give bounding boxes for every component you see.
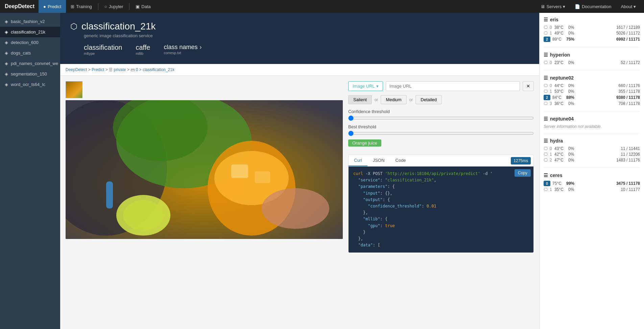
server-hyperion: ☰ hyperion 🖵 0 23°C 0% 52 / 11172 bbox=[544, 52, 640, 70]
topnav-right: 🖥 Servers ▾ 📄 Documentation About ▾ bbox=[536, 0, 641, 13]
server-eris: ☰ eris 🖵 0 38°C 0% 1617 / 12189 🖵 1 49°C… bbox=[544, 17, 640, 47]
nav-about[interactable]: About ▾ bbox=[616, 0, 641, 13]
data-icon: ▣ bbox=[136, 4, 140, 9]
svg-point-10 bbox=[262, 188, 329, 229]
brand[interactable]: DeepDetect bbox=[3, 3, 39, 9]
circle-icon: ○ bbox=[104, 4, 107, 9]
tab-code[interactable]: Code bbox=[390, 155, 411, 166]
copy-button[interactable]: Copy bbox=[515, 169, 531, 177]
confidence-slider[interactable] bbox=[348, 115, 534, 121]
breadcrumb-service[interactable]: classification_21k bbox=[143, 67, 174, 72]
svg-rect-9 bbox=[255, 171, 270, 183]
food-image-svg bbox=[66, 100, 343, 239]
image-url-input[interactable] bbox=[386, 81, 520, 91]
class-names-link[interactable]: class names › bbox=[164, 44, 201, 51]
gpu-icon-n3: 🖵 bbox=[544, 101, 548, 106]
server-list-icon-3: ☰ bbox=[544, 75, 548, 81]
classnames-key: corresp.txt bbox=[164, 51, 201, 55]
server-hyperion-name: ☰ hyperion bbox=[544, 52, 640, 58]
server-hydra-name: ☰ hydra bbox=[544, 138, 640, 144]
gpu-icon: 🖵 bbox=[544, 25, 548, 30]
gpu-id-n0: 0 bbox=[550, 83, 552, 88]
nav-docs[interactable]: 📄 Documentation bbox=[570, 0, 616, 13]
breadcrumb-sep3: > bbox=[127, 67, 130, 72]
layout: ◈ basic_fashion_v2 ◈ classification_21k … bbox=[0, 13, 644, 329]
gpu-icon-n1: 🖵 bbox=[544, 89, 548, 94]
hydra-gpu-1: 🖵 1 42°C 0% 11 / 12206 bbox=[544, 152, 640, 157]
input-row: Image URL ▾ ✕ bbox=[348, 81, 534, 91]
sidebar-item-classification-21k[interactable]: ◈ classification_21k bbox=[0, 27, 60, 37]
service-subtitle: generic image classification service bbox=[84, 33, 526, 38]
server-list-icon-2: ☰ bbox=[544, 52, 548, 58]
sidebar-item-segmentation[interactable]: ◈ segmentation_150 bbox=[0, 69, 60, 79]
sidebar-item-detection-600[interactable]: ◈ detection_600 bbox=[0, 37, 60, 48]
image-thumbnail bbox=[66, 81, 82, 98]
code-content: curl -X POST 'http://eris:18104/api/priv… bbox=[353, 171, 529, 248]
mltype-value: classification bbox=[84, 44, 122, 51]
svg-rect-11 bbox=[106, 181, 113, 209]
mode-salient-button[interactable]: Salient bbox=[348, 95, 372, 104]
sidebar-item-dogs-cats[interactable]: ◈ dogs_cats bbox=[0, 48, 60, 58]
model-icon: ◈ bbox=[5, 19, 8, 24]
gpu-id-hy2: 2 bbox=[550, 158, 552, 162]
topnav: DeepDetect ● Predict ⊞ Training ○ Jupyte… bbox=[0, 0, 644, 13]
mltype-item: classification mltype bbox=[84, 44, 122, 56]
or-label-2: or bbox=[409, 97, 413, 102]
model-icon-6: ◈ bbox=[5, 82, 8, 87]
server-neptune02: ☰ neptune02 🖵 0 44°C 0% 660 / 11176 🖵 1 … bbox=[544, 75, 640, 111]
model-icon-active: ◈ bbox=[5, 29, 8, 35]
ceres-gpu-0: 0 75°C 99% 3475 / 11178 bbox=[544, 181, 640, 186]
best-threshold-section: Best threshold bbox=[348, 124, 534, 136]
gpu-icon-hy0: 🖵 bbox=[544, 146, 548, 151]
model-icon-2: ◈ bbox=[5, 40, 8, 45]
sidebar-item-word-ocr[interactable]: ◈ word_ocr_ts64_lc bbox=[0, 79, 60, 90]
neptune02-gpu-2: 2 84°C 88% 9380 / 11178 bbox=[544, 95, 640, 100]
nav-predict[interactable]: ● Predict bbox=[39, 0, 66, 13]
gpu-icon-hy1: 🖵 bbox=[544, 152, 548, 157]
best-threshold-slider[interactable] bbox=[348, 131, 534, 136]
gpu-id-n3: 3 bbox=[550, 101, 552, 106]
breadcrumb-predict[interactable]: Predict bbox=[92, 67, 104, 72]
server-list-icon-5: ☰ bbox=[544, 138, 548, 144]
mode-radio-group: Salient or Medium or Detailed bbox=[348, 95, 534, 104]
server-neptune04: ☰ neptune04 Server information not avail… bbox=[544, 116, 640, 133]
eris-gpu-1: 🖵 1 49°C 0% 5026 / 11172 bbox=[544, 31, 640, 36]
breadcrumb-private[interactable]: private bbox=[114, 67, 126, 72]
response-time-badge: 1275ms bbox=[511, 157, 531, 164]
service-meta: classification mltype caffe mllib class … bbox=[84, 44, 526, 56]
tab-json[interactable]: JSON bbox=[367, 155, 390, 166]
server-hydra: ☰ hydra 🖵 0 43°C 0% 11 / 11441 🖵 1 42°C … bbox=[544, 138, 640, 168]
sidebar-item-pdi[interactable]: ◈ pdi_names_convnet_we bbox=[0, 58, 60, 69]
sidebar: ◈ basic_fashion_v2 ◈ classification_21k … bbox=[0, 13, 60, 329]
code-block: Copy curl -X POST 'http://eris:18104/api… bbox=[349, 167, 533, 253]
nav-training[interactable]: ⊞ Training bbox=[66, 0, 96, 13]
image-column bbox=[66, 81, 343, 253]
server-eris-name: ☰ eris bbox=[544, 17, 640, 22]
nav-jupyter[interactable]: ○ Jupyter bbox=[100, 0, 128, 13]
hydra-gpu-0: 🖵 0 43°C 0% 11 / 11441 bbox=[544, 146, 640, 151]
breadcrumb-sep2: > bbox=[105, 67, 109, 72]
gpu-id-hy0: 0 bbox=[550, 146, 552, 151]
thumbnail-container bbox=[66, 81, 343, 98]
tab-curl[interactable]: Curl bbox=[349, 155, 367, 166]
model-icon-4: ◈ bbox=[5, 61, 8, 66]
breadcrumb-zero[interactable]: 0 bbox=[136, 67, 138, 72]
eris-gpu-2: 2 89°C 75% 6992 / 11171 bbox=[544, 37, 640, 42]
clear-input-button[interactable]: ✕ bbox=[523, 81, 534, 91]
server-ceres-name: ☰ ceres bbox=[544, 173, 640, 178]
input-type-button[interactable]: Image URL ▾ bbox=[348, 81, 383, 91]
nav-data[interactable]: ▣ Data bbox=[131, 0, 155, 13]
mltype-key: mltype bbox=[84, 51, 122, 56]
mode-detailed-button[interactable]: Detailed bbox=[415, 95, 442, 104]
breadcrumb-deepdetect[interactable]: DeepDetect bbox=[66, 67, 87, 72]
gpu-id-n1: 1 bbox=[550, 89, 552, 94]
hyperion-gpu-0: 🖵 0 23°C 0% 52 / 11172 bbox=[544, 60, 640, 65]
gpu-id-hy1: 1 bbox=[550, 152, 552, 157]
sidebar-item-basic-fashion[interactable]: ◈ basic_fashion_v2 bbox=[0, 16, 60, 27]
mode-medium-button[interactable]: Medium bbox=[381, 95, 406, 104]
eris-gpu-0: 🖵 0 38°C 0% 1617 / 12189 bbox=[544, 25, 640, 30]
classnames-item: class names › corresp.txt bbox=[164, 44, 201, 56]
nav-servers[interactable]: 🖥 Servers ▾ bbox=[536, 0, 570, 13]
confidence-section: Confidence threshold bbox=[348, 109, 534, 121]
gpu-id-0: 0 bbox=[550, 25, 552, 30]
